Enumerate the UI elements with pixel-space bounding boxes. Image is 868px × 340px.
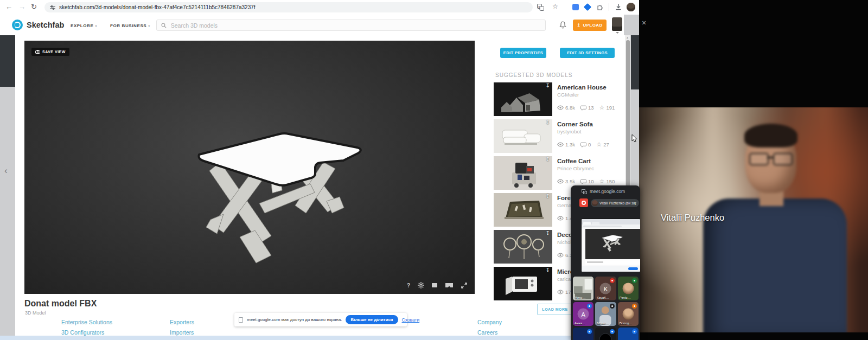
stop-sharing-button[interactable]: Більше не ділитися bbox=[346, 315, 398, 324]
download-icon[interactable]: ↧ bbox=[546, 119, 550, 125]
participant-tile-5[interactable]: Міхай… bbox=[595, 302, 616, 326]
presenting-chip[interactable]: Vitalii Puzhenko (ви зараз презенту… bbox=[591, 199, 639, 207]
model-thumbnail[interactable]: ↧ bbox=[494, 119, 552, 153]
participant-tile-2[interactable]: KКауаб… bbox=[595, 277, 616, 300]
notifications-bell-icon[interactable] bbox=[559, 21, 566, 29]
save-view-button[interactable]: SAVE VIEW bbox=[31, 48, 69, 56]
sketchfab-brand[interactable]: Sketchfab bbox=[27, 21, 64, 29]
model-page-title: Donat model FBX bbox=[24, 299, 97, 309]
fullscreen-icon[interactable] bbox=[461, 283, 467, 288]
footer-link-importers[interactable]: Importers bbox=[170, 329, 194, 336]
participant-tile-3[interactable]: Pavlo… bbox=[618, 277, 639, 300]
address-bar[interactable]: sketchfab.com/3d-models/donat-model-fbx-… bbox=[44, 2, 533, 12]
model-title[interactable]: Corner Sofa bbox=[557, 121, 621, 127]
download-icon[interactable]: ↧ bbox=[546, 230, 550, 236]
save-view-label: SAVE VIEW bbox=[42, 50, 66, 54]
translate-icon[interactable]: a bbox=[537, 4, 544, 11]
model-thumbnail[interactable]: ↧ bbox=[494, 193, 552, 227]
bookmark-star-icon[interactable]: ☆ bbox=[552, 2, 558, 11]
theater-mode-icon[interactable] bbox=[432, 283, 437, 287]
model-title[interactable]: Coffee Cart bbox=[557, 158, 621, 164]
download-icon[interactable] bbox=[615, 3, 622, 11]
suggested-model-card-coffee-cart[interactable]: ↧Coffee CartPrince Obrymec3.5k10☆150 bbox=[494, 156, 621, 190]
suggested-model-card-corner-sofa[interactable]: ↧Corner Sofatrystyrobot1.3k0☆27 bbox=[494, 119, 621, 153]
letter-avatar: A bbox=[578, 309, 589, 320]
hide-banner-link[interactable]: Сховати bbox=[402, 317, 420, 323]
search-icon bbox=[161, 23, 167, 28]
participant-tile-7[interactable] bbox=[573, 328, 593, 340]
meet-window-title: meet.google.com bbox=[582, 189, 625, 194]
browser-profile-avatar[interactable] bbox=[627, 3, 635, 11]
model-stats: 1.3k0☆27 bbox=[557, 142, 621, 147]
sketchfab-logo-icon[interactable] bbox=[12, 20, 23, 30]
participant-tile-9[interactable] bbox=[618, 328, 639, 340]
model-title[interactable]: American House bbox=[557, 84, 621, 91]
extensions-puzzle-icon[interactable] bbox=[597, 4, 604, 11]
model-author[interactable]: Prince Obrymec bbox=[557, 165, 621, 171]
screenshot-root: ← → ↻ sketchfab.com/3d-models/donat-mode… bbox=[0, 0, 868, 340]
footer-link-company[interactable]: Company bbox=[477, 319, 502, 325]
search-box[interactable] bbox=[156, 20, 546, 31]
suggested-model-card-american-house[interactable]: ↧American HouseCGMeiler6.8k13☆191 bbox=[494, 82, 621, 116]
vr-headset-icon[interactable] bbox=[445, 283, 454, 288]
close-icon[interactable]: × bbox=[642, 18, 646, 27]
nav-item-for-business[interactable]: FOR BUSINESS▾ bbox=[110, 23, 150, 28]
participant-tile-4[interactable]: AАнна… bbox=[573, 302, 593, 326]
model-thumbnail[interactable]: ↧ bbox=[494, 230, 552, 264]
footer-link-enterprise-solutions[interactable]: Enterprise Solutions bbox=[61, 319, 112, 325]
participant-status-badge bbox=[632, 304, 637, 309]
meet-popup-window[interactable]: meet.google.com Vitalii Puzhenko (ви зар… bbox=[571, 185, 640, 340]
upload-label: UPLOAD bbox=[583, 23, 602, 28]
settings-gear-icon[interactable] bbox=[418, 282, 424, 288]
participant-tile-1[interactable]: Мико… bbox=[573, 277, 593, 300]
participant-status-badge bbox=[587, 329, 592, 334]
participant-tile-6[interactable]: Волод… bbox=[618, 302, 639, 326]
model-author[interactable]: trystyrobot bbox=[557, 129, 621, 134]
mini-browser-urlbar bbox=[582, 224, 640, 228]
download-icon[interactable]: ↧ bbox=[546, 82, 550, 88]
participant-name: Pavlo… bbox=[620, 296, 631, 299]
edit-properties-button[interactable]: EDIT PROPERTIES bbox=[500, 48, 546, 58]
user-avatar[interactable] bbox=[612, 17, 622, 31]
mini-browser-tabs bbox=[582, 219, 640, 224]
footer-link-exporters[interactable]: Exporters bbox=[170, 319, 194, 325]
nav-item-explore[interactable]: EXPLORE▾ bbox=[71, 23, 97, 28]
3d-viewer[interactable]: SAVE VIEW ? bbox=[24, 41, 475, 294]
footer-link-careers[interactable]: Careers bbox=[477, 329, 497, 336]
model-thumbnail[interactable]: ↧ bbox=[494, 156, 552, 190]
url-text: sketchfab.com/3d-models/donat-model-fbx-… bbox=[59, 4, 256, 10]
footer-link-3d-configurators[interactable]: 3D Configurators bbox=[61, 329, 104, 336]
camera-off-avatar bbox=[599, 333, 612, 340]
download-icon[interactable]: ↧ bbox=[546, 267, 550, 273]
upload-button[interactable]: ↥ UPLOAD bbox=[573, 20, 607, 31]
dimmed-page-left bbox=[0, 35, 15, 340]
reload-icon[interactable]: ↻ bbox=[31, 2, 37, 12]
help-icon[interactable]: ? bbox=[407, 283, 410, 288]
share-banner-text: meet.google.com має доступ до вашого екр… bbox=[247, 317, 342, 322]
participant-status-badge bbox=[632, 278, 637, 283]
forward-icon[interactable]: → bbox=[18, 2, 25, 12]
upload-icon: ↥ bbox=[577, 23, 580, 28]
model-stats: 3.5k10☆150 bbox=[557, 178, 621, 184]
download-icon[interactable]: ↧ bbox=[546, 193, 550, 199]
search-input[interactable] bbox=[170, 22, 541, 29]
tab-switch-icon bbox=[582, 189, 587, 194]
download-icon[interactable]: ↧ bbox=[546, 156, 550, 162]
participant-name: Кауаб… bbox=[597, 296, 609, 299]
edit-3d-settings-button[interactable]: EDIT 3D SETTINGS bbox=[560, 48, 615, 58]
model-thumbnail[interactable]: ↧ bbox=[494, 267, 552, 300]
mini-viewer bbox=[585, 229, 640, 259]
model-author[interactable]: CGMeiler bbox=[557, 92, 621, 98]
previous-model-chevron-icon[interactable]: ‹ bbox=[4, 165, 8, 176]
participant-status-badge bbox=[610, 278, 615, 283]
extension-icon-blue[interactable] bbox=[572, 4, 579, 10]
participant-name-label: Vitalii Puzhenko bbox=[661, 213, 724, 223]
photo-avatar bbox=[622, 309, 634, 320]
back-icon[interactable]: ← bbox=[5, 2, 12, 12]
extension-icon-diamond[interactable] bbox=[584, 3, 591, 11]
likes-count: ☆191 bbox=[599, 105, 615, 111]
browser-toolbar: ← → ↻ sketchfab.com/3d-models/donat-mode… bbox=[0, 0, 639, 15]
load-more-button[interactable]: LOAD MORE bbox=[537, 304, 573, 315]
participant-tile-8[interactable] bbox=[595, 328, 616, 340]
model-thumbnail[interactable]: ↧ bbox=[494, 82, 552, 116]
